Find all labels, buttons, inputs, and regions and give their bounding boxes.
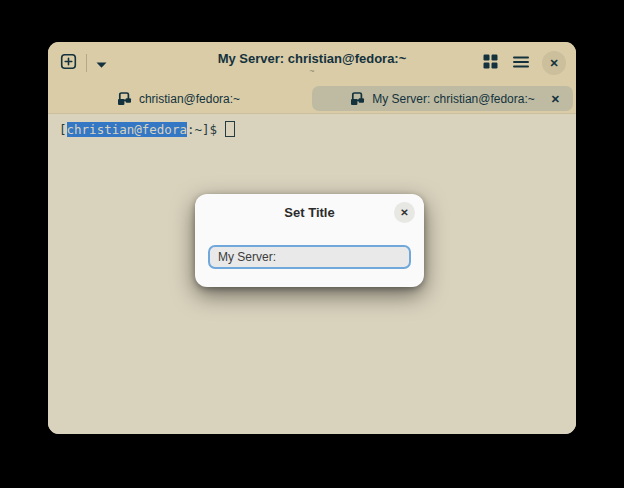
desktop-background: My Server: christian@fedora:~ ~ (0, 0, 624, 488)
window-title: My Server: christian@fedora:~ (132, 51, 492, 66)
new-session-dropdown-button[interactable] (94, 54, 109, 73)
grid-icon (483, 54, 498, 72)
terminal-prompt: [christian@fedora:~]$ (59, 121, 565, 138)
tab-label: christian@fedora:~ (139, 92, 240, 106)
new-session-icon (60, 53, 77, 73)
main-menu-button[interactable] (511, 54, 531, 73)
terminal-cursor (225, 121, 235, 137)
session-icon (350, 92, 365, 106)
headerbar-right: ✕ (481, 51, 566, 75)
session-icon (117, 92, 132, 106)
new-session-button[interactable] (58, 51, 79, 75)
dialog-title: Set Title (195, 205, 424, 220)
dialog-close-button[interactable]: ✕ (394, 202, 415, 223)
separator (86, 54, 87, 72)
session-sidebar-button[interactable] (481, 52, 500, 74)
prompt-selected-text: christian@fedora (67, 122, 187, 137)
chevron-down-icon (96, 56, 107, 71)
window-close-button[interactable]: ✕ (542, 51, 566, 75)
hamburger-menu-icon (513, 56, 529, 71)
tab-my-server[interactable]: My Server: christian@fedora:~ ✕ (312, 86, 573, 111)
close-icon: ✕ (549, 57, 558, 70)
title-entry-input[interactable] (208, 245, 411, 269)
prompt-bracket: [ (59, 122, 67, 137)
tab-christian-fedora[interactable]: christian@fedora:~ (48, 84, 309, 113)
tab-label: My Server: christian@fedora:~ (372, 92, 535, 106)
prompt-rest: :~]$ (187, 122, 217, 137)
headerbar-left (58, 51, 109, 75)
tab-close-button[interactable]: ✕ (551, 93, 560, 104)
tab-bar: christian@fedora:~ My Server: christian@… (48, 84, 576, 114)
window-subtitle: ~ (132, 66, 492, 76)
headerbar: My Server: christian@fedora:~ ~ (48, 42, 576, 84)
set-title-dialog: Set Title ✕ (195, 194, 424, 287)
window-title-block: My Server: christian@fedora:~ ~ (132, 51, 492, 76)
close-icon: ✕ (400, 207, 408, 218)
